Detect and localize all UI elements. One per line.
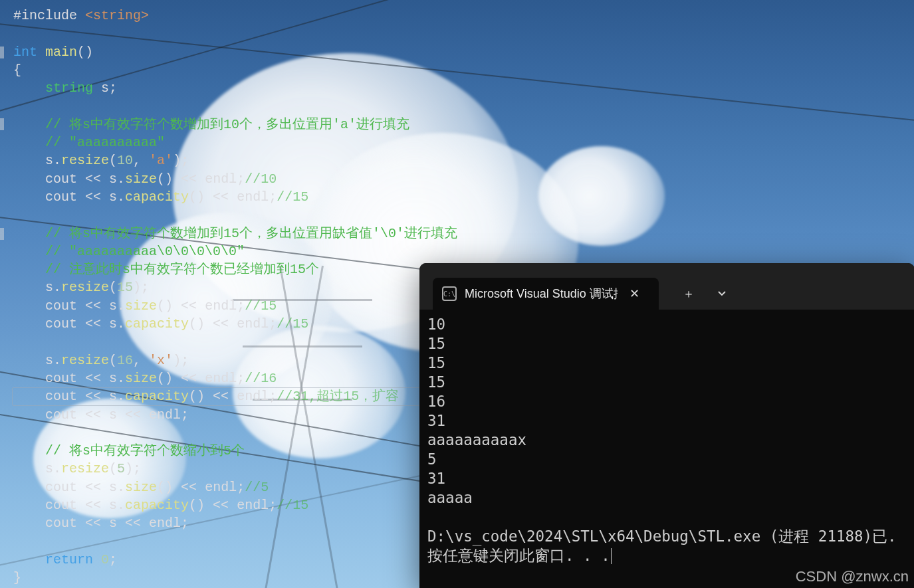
- gutter-change-marker: [0, 47, 4, 58]
- gutter-change-marker: [0, 118, 4, 130]
- code-line[interactable]: s.resize(15);: [13, 278, 457, 296]
- code-line[interactable]: // "aaaaaaaaaa\0\0\0\0\0": [13, 243, 457, 260]
- code-line[interactable]: cout << s.capacity() << endl;//15: [13, 496, 457, 514]
- terminal-exit-line: D:\vs_code\2024\STL\x64\Debug\STL.exe (进…: [427, 527, 907, 546]
- code-line[interactable]: }: [13, 569, 457, 587]
- gutter-change-marker: [0, 228, 4, 240]
- cloud-decor: [538, 146, 665, 246]
- code-line[interactable]: s.resize(5);: [13, 460, 457, 478]
- code-line[interactable]: cout << s << endl;: [13, 406, 457, 424]
- terminal-cursor: [611, 548, 612, 564]
- code-line[interactable]: int main(): [13, 43, 457, 61]
- terminal-output-line: aaaaaaaaaax: [427, 431, 907, 450]
- code-line[interactable]: [13, 206, 457, 224]
- terminal-output-line: aaaaa: [427, 488, 907, 508]
- terminal-output-line: 16: [427, 392, 907, 411]
- code-line[interactable]: cout << s.capacity() << endl;//31,超过15，扩…: [13, 387, 457, 405]
- terminal-tab-active[interactable]: C:\ Microsoft Visual Studio 调试控 ✕: [433, 278, 659, 310]
- titlebar-actions: ＋: [672, 278, 739, 310]
- terminal-output-line: 5: [427, 450, 907, 469]
- terminal-output[interactable]: 101515151631aaaaaaaaaax531aaaaaD:\vs_cod…: [419, 310, 914, 571]
- terminal-output-line: 31: [427, 469, 907, 488]
- code-line[interactable]: return 0;: [13, 551, 457, 569]
- terminal-output-line: 10: [427, 315, 907, 334]
- code-line[interactable]: // 将s中有效字符个数缩小到5个: [13, 442, 457, 460]
- code-line[interactable]: cout << s.size() << endl;//5: [13, 478, 457, 496]
- terminal-output-line: 15: [427, 334, 907, 353]
- code-line[interactable]: cout << s.size() << endl;//16: [13, 369, 457, 387]
- code-line[interactable]: s.resize(10, 'a');: [13, 151, 457, 169]
- terminal-prompt-line: 按任意键关闭此窗口. . .: [427, 546, 907, 565]
- tab-dropdown-button[interactable]: [705, 278, 739, 310]
- code-line[interactable]: cout << s.size() << endl;//15: [13, 297, 457, 315]
- code-line[interactable]: s.resize(16, 'x');: [13, 351, 457, 369]
- chevron-down-icon: [717, 289, 727, 298]
- code-line[interactable]: {: [13, 61, 457, 79]
- terminal-output-line: 31: [427, 411, 907, 431]
- code-line[interactable]: // 将s中有效字符个数增加到15个，多出位置用缺省值'\0'进行填充: [13, 225, 457, 243]
- close-tab-button[interactable]: ✕: [626, 285, 643, 302]
- code-line[interactable]: // 注意此时s中有效字符个数已经增加到15个: [13, 260, 457, 278]
- terminal-icon: C:\: [442, 286, 457, 301]
- code-line[interactable]: [13, 424, 457, 442]
- new-tab-button[interactable]: ＋: [672, 278, 705, 310]
- terminal-output-line: 15: [427, 353, 907, 373]
- code-line[interactable]: [13, 25, 457, 43]
- code-line[interactable]: // 将s中有效字符个数增加到10个，多出位置用'a'进行填充: [13, 116, 457, 134]
- terminal-window[interactable]: C:\ Microsoft Visual Studio 调试控 ✕ ＋ 1015…: [419, 263, 914, 588]
- code-line[interactable]: [13, 97, 457, 115]
- code-line[interactable]: cout << s.size() << endl;//10: [13, 170, 457, 188]
- code-editor[interactable]: #include <string> int main(){ string s; …: [13, 7, 457, 587]
- code-line[interactable]: cout << s << endl;: [13, 514, 457, 532]
- terminal-output-line: 15: [427, 373, 907, 392]
- code-line[interactable]: #include <string>: [13, 7, 457, 25]
- code-line[interactable]: [13, 533, 457, 551]
- code-line[interactable]: [13, 333, 457, 351]
- code-line[interactable]: // "aaaaaaaaaa": [13, 134, 457, 151]
- terminal-tab-title: Microsoft Visual Studio 调试控: [465, 286, 618, 302]
- code-line[interactable]: cout << s.capacity() << endl;//15: [13, 315, 457, 333]
- watermark-text: CSDN @znwx.cn: [796, 568, 909, 585]
- code-line[interactable]: string s;: [13, 79, 457, 97]
- code-line[interactable]: cout << s.capacity() << endl;//15: [13, 188, 457, 206]
- terminal-titlebar[interactable]: C:\ Microsoft Visual Studio 调试控 ✕ ＋: [419, 263, 914, 310]
